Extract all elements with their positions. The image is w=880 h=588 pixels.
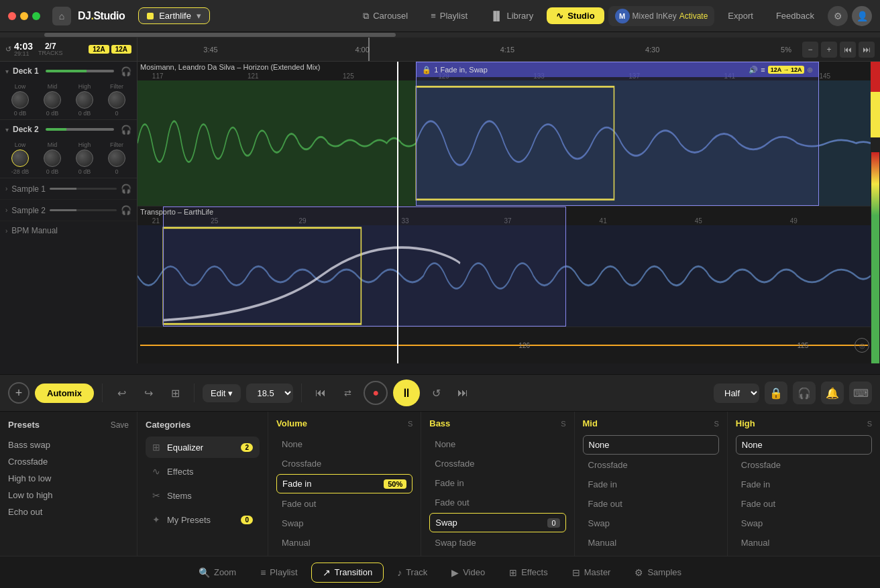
cat-mypresets[interactable]: ✦ My Presets 0 <box>146 509 260 530</box>
sample2-bar[interactable] <box>50 209 117 211</box>
volume-fadeout[interactable]: Fade out <box>276 495 412 513</box>
preset-low-to-high[interactable]: Low to high <box>8 487 129 504</box>
skip-to-end-button[interactable]: ⏭ <box>452 382 474 404</box>
fullscreen-button[interactable] <box>32 12 40 20</box>
zoom-icon[interactable]: ⊕ <box>807 66 813 74</box>
preset-echo-out[interactable]: Echo out <box>8 504 129 520</box>
export-button[interactable]: Export <box>718 7 763 24</box>
deck2-headphone-icon[interactable]: 🎧 <box>121 125 131 135</box>
playlist-button[interactable]: ≡ Playlist <box>421 7 477 24</box>
deck1-mid-knob[interactable] <box>44 91 61 109</box>
loop-button[interactable]: ↺ <box>425 382 447 404</box>
edit-button[interactable]: Edit ▾ <box>203 384 241 402</box>
zoom-out-button[interactable]: − <box>802 42 818 58</box>
minimize-button[interactable] <box>20 12 28 20</box>
preset-high-to-low[interactable]: High to low <box>8 470 129 487</box>
volume-none[interactable]: None <box>276 435 412 453</box>
cat-effects[interactable]: ∿ Effects <box>146 461 260 482</box>
preset-crossfade[interactable]: Crossfade <box>8 453 129 470</box>
project-dropdown[interactable]: Earthlife ▾ <box>138 7 210 24</box>
zoom-in-button[interactable]: + <box>821 42 837 58</box>
high-none[interactable]: None <box>736 435 872 455</box>
deck1-expand[interactable]: ▾ <box>5 68 9 75</box>
bell-button[interactable]: 🔔 <box>821 381 844 404</box>
mid-swap[interactable]: Swap <box>583 514 719 532</box>
deck2-expand[interactable]: ▾ <box>5 126 9 133</box>
high-manual[interactable]: Manual <box>736 534 872 552</box>
skip-back-button[interactable]: ⏮ <box>840 42 856 58</box>
high-fadeout[interactable]: Fade out <box>736 495 872 513</box>
deck2-filter-knob[interactable] <box>108 150 125 167</box>
deck1-low-knob[interactable] <box>11 91 29 109</box>
nav-master[interactable]: ⊟ Master <box>561 563 622 582</box>
sample1-bar[interactable] <box>50 188 117 190</box>
lock-button[interactable]: 🔒 <box>765 381 787 404</box>
add-button[interactable]: + <box>8 382 30 404</box>
bass-fadeout[interactable]: Fade out <box>429 493 565 512</box>
close-button[interactable] <box>8 12 16 20</box>
high-swap[interactable]: Swap <box>736 514 872 532</box>
nav-zoom[interactable]: 🔍 Zoom <box>188 563 247 582</box>
redo-button[interactable]: ↪ <box>138 382 159 404</box>
deck1-headphone-icon[interactable]: 🎧 <box>121 66 131 76</box>
mid-fadein[interactable]: Fade in <box>583 475 719 493</box>
bass-none[interactable]: None <box>429 435 565 453</box>
library-button[interactable]: ▐▌ Library <box>481 7 543 24</box>
home-button[interactable]: ⌂ <box>52 7 71 25</box>
high-crossfade[interactable]: Crossfade <box>736 456 872 474</box>
mid-fadeout[interactable]: Fade out <box>583 495 719 513</box>
deck2-volume-bar[interactable] <box>46 128 114 131</box>
deck1-high-knob[interactable] <box>76 91 93 109</box>
deck1-filter-knob[interactable] <box>108 91 125 109</box>
nav-track[interactable]: ♪ Track <box>386 563 438 582</box>
half-select[interactable]: Half <box>714 384 759 403</box>
snap-button[interactable]: ⊞ <box>164 382 186 404</box>
transition-block-deck1[interactable]: 🔒 1 Fade in, Swap 🔊 ≡ 12A → 12A ⊕ <box>416 62 819 206</box>
bass-swap[interactable]: Swap 0 <box>429 513 565 532</box>
deck2-low-knob[interactable] <box>11 150 29 167</box>
studio-button[interactable]: ∿ Studio <box>547 7 604 24</box>
volume-s[interactable]: S <box>408 420 412 428</box>
automix-button[interactable]: Automix <box>35 384 94 403</box>
nav-video[interactable]: ▶ Video <box>441 563 496 582</box>
bass-swapfade[interactable]: Swap fade <box>429 534 565 552</box>
deck1-volume-bar[interactable] <box>46 70 114 72</box>
list-icon[interactable]: ≡ <box>761 66 765 74</box>
avatar[interactable]: 👤 <box>852 6 872 26</box>
skip-forward-button[interactable]: ⏭ <box>859 42 875 58</box>
nav-transition[interactable]: ↗ Transition <box>311 563 384 583</box>
scroll-thumb[interactable] <box>44 33 396 37</box>
scroll-track-top[interactable] <box>0 32 880 38</box>
cat-equalizer[interactable]: ⊞ Equalizer 2 <box>146 436 260 458</box>
carousel-button[interactable]: ⧉ Carousel <box>353 7 417 25</box>
bass-fadein[interactable]: Fade in <box>429 474 565 492</box>
nav-playlist[interactable]: ≡ Playlist <box>250 563 308 582</box>
bpm-expand[interactable]: › <box>5 227 7 235</box>
mid-none[interactable]: None <box>583 435 719 455</box>
settings-button[interactable]: ⚙ <box>828 6 848 26</box>
sample2-expand[interactable]: › <box>5 207 7 214</box>
nav-effects[interactable]: ⊞ Effects <box>498 563 559 582</box>
record-button[interactable]: ● <box>364 381 388 405</box>
waveform-icon[interactable]: 🔊 <box>749 66 758 74</box>
high-fadein[interactable]: Fade in <box>736 475 872 493</box>
volume-swap[interactable]: Swap <box>276 514 412 532</box>
sync-button[interactable]: ⇄ <box>337 382 358 404</box>
vinyl-icon[interactable]: ◎ <box>855 338 869 353</box>
sample2-headphone-icon[interactable]: 🎧 <box>121 205 131 215</box>
cat-stems[interactable]: ✂ Stems <box>146 485 260 506</box>
mid-crossfade[interactable]: Crossfade <box>583 456 719 474</box>
bass-crossfade[interactable]: Crossfade <box>429 455 565 473</box>
bpm-select[interactable]: 18.5 <box>246 384 293 403</box>
volume-crossfade[interactable]: Crossfade <box>276 455 412 473</box>
headphone-button[interactable]: 🎧 <box>793 381 816 404</box>
save-button[interactable]: Save <box>111 420 129 430</box>
play-pause-button[interactable]: ⏸ <box>393 379 420 406</box>
high-s[interactable]: S <box>867 420 872 428</box>
sample1-expand[interactable]: › <box>5 185 7 192</box>
mid-s[interactable]: S <box>714 420 718 428</box>
deck2-mid-knob[interactable] <box>44 150 61 167</box>
undo-button[interactable]: ↩ <box>111 382 132 404</box>
sample1-headphone-icon[interactable]: 🎧 <box>121 184 131 194</box>
volume-fadein[interactable]: Fade in 50% <box>276 474 412 493</box>
